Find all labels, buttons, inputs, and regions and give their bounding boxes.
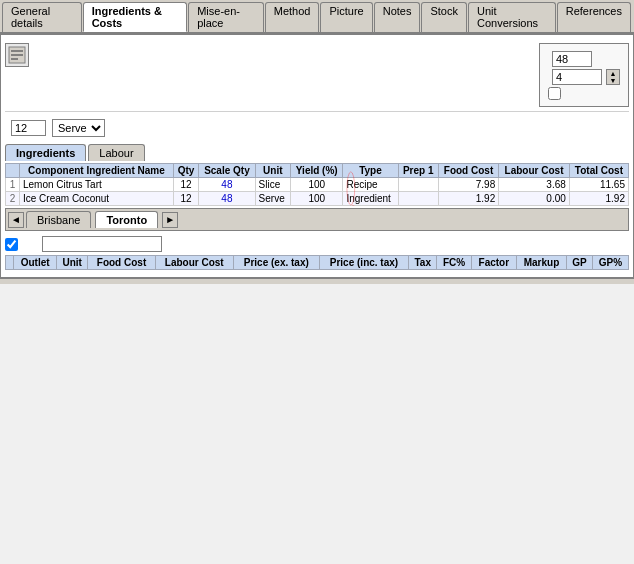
- retail-col-markup: Markup: [516, 256, 567, 270]
- main-content-area: ▲ ▼ Serve Ingredients Labour: [0, 34, 634, 278]
- retail-section: Outlet Unit Food Cost Labour Cost Price …: [5, 233, 629, 273]
- retail-col-gp-pct: GP%: [592, 256, 628, 270]
- retail-table: Outlet Unit Food Cost Labour Cost Price …: [5, 255, 629, 270]
- tab-unit-conversions[interactable]: Unit Conversions: [468, 2, 556, 32]
- retail-col-price-ex: Price (ex. tax): [233, 256, 319, 270]
- retail-col-unit: Unit: [57, 256, 88, 270]
- retail-product-checkbox[interactable]: [5, 238, 18, 251]
- scale-factor-spinner[interactable]: ▲ ▼: [606, 69, 620, 85]
- col-type: Type: [343, 164, 398, 178]
- tab-mise-en-place[interactable]: Mise-en-place: [188, 2, 264, 32]
- ingredient-row-2-col-3: 48: [199, 192, 255, 206]
- product-code-input[interactable]: [42, 236, 162, 252]
- retail-col-gp: GP: [567, 256, 593, 270]
- col-total-cost: Total Cost: [569, 164, 628, 178]
- app-window: General details Ingredients & Costs Mise…: [0, 0, 634, 284]
- ingredient-row-1-col-9: 3.68: [499, 178, 570, 192]
- ingredient-row-1-col-10: 11.65: [569, 178, 628, 192]
- retail-col-outlet: Outlet: [14, 256, 57, 270]
- ingredient-row: 2Ice Cream Coconut1248Serve100Ingredient…: [6, 192, 629, 206]
- base-recipe-row: Serve: [5, 116, 629, 140]
- tab-notes[interactable]: Notes: [374, 2, 421, 32]
- bottom-spacer: [0, 278, 634, 284]
- retail-col-fc: FC%: [437, 256, 472, 270]
- ingredient-row: 1Lemon Citrus Tart1248Slice100Recipe7.98…: [6, 178, 629, 192]
- col-scale-qty: Scale Qty: [199, 164, 255, 178]
- ingredient-row-1-col-8: 7.98: [438, 178, 498, 192]
- main-tabs: General details Ingredients & Costs Mise…: [0, 0, 634, 34]
- ingredient-row-2-col-2: 12: [173, 192, 198, 206]
- col-unit: Unit: [255, 164, 290, 178]
- tab-stock[interactable]: Stock: [421, 2, 467, 32]
- nav-prev-button[interactable]: ◄: [8, 212, 24, 228]
- ingredient-row-2-col-1: Ice Cream Coconut: [20, 192, 174, 206]
- sub-tabs: Ingredients Labour: [5, 144, 629, 161]
- ingredient-row-2-col-4: Serve: [255, 192, 290, 206]
- col-yield: Yield (%): [291, 164, 343, 178]
- spinner-up-icon[interactable]: ▲: [607, 70, 619, 77]
- ingredient-row-2-col-10: 1.92: [569, 192, 628, 206]
- tab-general-details[interactable]: General details: [2, 2, 82, 32]
- tab-method[interactable]: Method: [265, 2, 320, 32]
- retail-col-labour-cost: Labour Cost: [155, 256, 233, 270]
- ingredient-row-2-col-5: 100: [291, 192, 343, 206]
- location-tab-toronto[interactable]: Toronto: [95, 211, 158, 228]
- ingredient-row-2-col-6: Ingredient: [343, 192, 398, 206]
- col-qty: Qty: [173, 164, 198, 178]
- ingredient-row-2-col-7: [398, 192, 438, 206]
- ingredient-row-1-col-1: Lemon Citrus Tart: [20, 178, 174, 192]
- retail-col-price-inc: Price (inc. tax): [319, 256, 409, 270]
- col-food-cost: Food Cost: [438, 164, 498, 178]
- col-labour-cost: Labour Cost: [499, 164, 570, 178]
- retail-col-food-cost: Food Cost: [88, 256, 155, 270]
- recipe-header: ▲ ▼: [5, 39, 629, 112]
- base-recipe-unit-select[interactable]: Serve: [52, 119, 105, 137]
- scale-factor-input[interactable]: [552, 69, 602, 85]
- base-recipe-input[interactable]: [11, 120, 46, 136]
- recipe-icon: [5, 43, 29, 67]
- recipe-scaling-box: ▲ ▼: [539, 43, 629, 107]
- location-tab-brisbane[interactable]: Brisbane: [26, 211, 91, 228]
- ingredients-section: Component Ingredient Name Qty Scale Qty …: [5, 163, 629, 206]
- spinner-down-icon[interactable]: ▼: [607, 77, 619, 84]
- ingredient-row-1-col-3: 48: [199, 178, 255, 192]
- tab-references[interactable]: References: [557, 2, 631, 32]
- retail-col-factor: Factor: [472, 256, 517, 270]
- col-prep1: Prep 1: [398, 164, 438, 178]
- retail-col-num: [6, 256, 14, 270]
- nav-next-button[interactable]: ►: [162, 212, 178, 228]
- tab-ingredients-costs[interactable]: Ingredients & Costs: [83, 2, 188, 32]
- ingredient-row-2-col-8: 1.92: [438, 192, 498, 206]
- sub-tab-labour[interactable]: Labour: [88, 144, 144, 161]
- ingredient-row-2-col-9: 0.00: [499, 192, 570, 206]
- ingredient-row-1-col-6: Recipe: [343, 178, 398, 192]
- location-nav-bar: ◄ Brisbane Toronto ►: [5, 208, 629, 231]
- col-name: Component Ingredient Name: [20, 164, 174, 178]
- tab-picture[interactable]: Picture: [320, 2, 372, 32]
- col-num: [6, 164, 20, 178]
- retail-header: [5, 236, 629, 252]
- ingredients-table: Component Ingredient Name Qty Scale Qty …: [5, 163, 629, 206]
- ingredient-row-1-col-2: 12: [173, 178, 198, 192]
- scaled-qty-input[interactable]: [552, 51, 592, 67]
- ingredient-row-1-col-0: 1: [6, 178, 20, 192]
- ingredient-row-1-col-5: 100: [291, 178, 343, 192]
- ingredient-row-1-col-4: Slice: [255, 178, 290, 192]
- ingredient-row-2-col-0: 2: [6, 192, 20, 206]
- ingredient-row-1-col-7: [398, 178, 438, 192]
- show-scaled-checkbox[interactable]: [548, 87, 561, 100]
- retail-col-tax: Tax: [409, 256, 437, 270]
- sub-tab-ingredients[interactable]: Ingredients: [5, 144, 86, 161]
